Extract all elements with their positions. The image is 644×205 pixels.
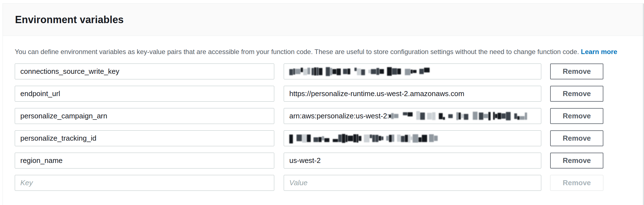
env-var-value-input[interactable]: arn:aws:personalize:us-west-2:: [284, 108, 541, 124]
env-var-key-input[interactable]: [15, 86, 274, 102]
description-text: You can define environment variables as …: [15, 48, 579, 55]
env-var-value-input[interactable]: [284, 153, 541, 169]
env-var-row: Remove: [15, 175, 643, 191]
env-var-rows: RemoveRemovearn:aws:personalize:us-west-…: [15, 64, 643, 191]
env-var-key-input[interactable]: [15, 153, 274, 169]
env-var-value-clear-text: arn:aws:personalize:us-west-2:: [289, 112, 389, 120]
env-var-row: Remove: [15, 153, 643, 169]
learn-more-link[interactable]: Learn more: [581, 48, 617, 55]
panel-body: You can define environment variables as …: [3, 48, 643, 191]
env-var-value-input[interactable]: [284, 64, 541, 79]
page-title: Environment variables: [15, 14, 124, 26]
env-var-value-input[interactable]: [284, 86, 541, 102]
env-var-key-input[interactable]: [15, 64, 274, 79]
env-var-row: Remove: [15, 86, 643, 102]
environment-variables-panel: Environment variables You can define env…: [3, 3, 643, 205]
remove-button[interactable]: Remove: [550, 108, 603, 124]
redacted-value-pixelation: [289, 131, 438, 146]
env-var-key-input[interactable]: [15, 175, 274, 191]
env-var-row: Remove: [15, 64, 643, 79]
remove-button[interactable]: Remove: [550, 153, 603, 169]
redacted-value-pixelation: [389, 108, 531, 124]
env-var-key-input[interactable]: [15, 108, 274, 124]
remove-button[interactable]: Remove: [550, 130, 603, 146]
env-var-key-input[interactable]: [15, 130, 274, 146]
env-var-row: Remove: [15, 130, 643, 146]
env-var-value-input[interactable]: [284, 130, 541, 146]
remove-button: Remove: [550, 175, 603, 191]
panel-header: Environment variables: [3, 4, 643, 36]
remove-button[interactable]: Remove: [550, 86, 603, 102]
env-var-value-input[interactable]: [284, 175, 541, 191]
env-var-row: arn:aws:personalize:us-west-2:Remove: [15, 108, 643, 124]
redacted-value-pixelation: [289, 64, 430, 79]
remove-button[interactable]: Remove: [550, 64, 603, 79]
panel-description: You can define environment variables as …: [15, 48, 643, 56]
